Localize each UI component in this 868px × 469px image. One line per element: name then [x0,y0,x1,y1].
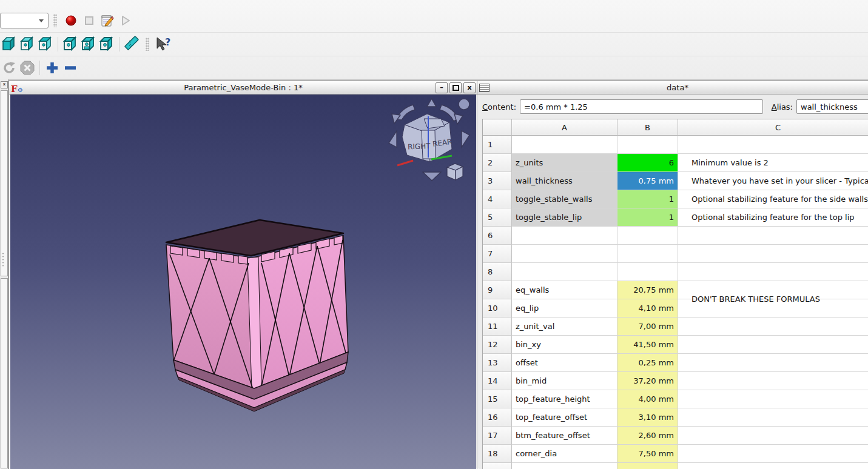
row-number-cell[interactable]: 3 [483,172,512,190]
row-number-cell[interactable]: 7 [483,245,512,263]
dock-section[interactable] [1,90,8,276]
cell-label[interactable]: bin_xy [512,336,617,354]
cell-value[interactable] [617,463,678,469]
cell-label[interactable]: bin_mid [512,372,617,390]
cell-note[interactable] [678,463,868,469]
cell-note[interactable]: Optional stabilizing feature for the sid… [678,190,868,208]
row-number-cell[interactable]: 12 [483,336,512,354]
cell-value[interactable]: 4,00 mm [617,390,678,408]
collapsed-dock-panel[interactable]: x [0,79,8,469]
view-rear-button[interactable] [61,35,79,53]
cell-label[interactable] [512,463,617,469]
cell-label[interactable]: wall_thickness [512,172,617,190]
cell-value-selected[interactable]: 0,75 mm [617,172,678,190]
cell-label[interactable] [512,245,617,263]
cell-label[interactable]: offset [512,354,617,372]
view-left-button[interactable] [98,35,116,53]
row-number-cell[interactable]: 5 [483,208,512,227]
record-macro-button[interactable] [62,12,80,30]
cell-label[interactable] [512,227,617,245]
cell-value[interactable]: 7,50 mm [617,445,678,463]
cell-label[interactable] [512,263,617,281]
row-number-cell[interactable]: 10 [483,299,512,318]
cell-note[interactable] [678,354,868,372]
viewport-3d[interactable]: RIGHT REAR [10,95,476,469]
cell-value[interactable]: 4,10 mm [617,299,678,318]
cell-label[interactable]: toggle_stable_lip [512,208,617,227]
cell-value[interactable]: 0,25 mm [617,354,678,372]
refresh-button[interactable] [0,59,18,77]
row-number-cell[interactable]: 17 [483,427,512,445]
row-number-cell[interactable]: 1 [483,136,512,154]
cell-value[interactable]: 3,10 mm [617,408,678,427]
row-number-cell[interactable]: 6 [483,227,512,245]
view3d-titlebar[interactable]: F⚙ Parametric_VaseMode-Bin : 1* – x [9,81,477,95]
cell-label[interactable]: eq_walls [512,281,617,299]
cell-value[interactable] [617,245,678,263]
cell-label[interactable]: corner_dia [512,445,617,463]
row-number-cell[interactable]: 4 [483,190,512,208]
row-number-cell[interactable]: 14 [483,372,512,390]
navigation-cube[interactable]: RIGHT REAR [384,97,475,183]
cell-value[interactable]: 6 [617,154,678,172]
macro-combobox[interactable] [0,13,49,28]
toolbar-handle[interactable] [146,38,149,51]
row-number-cell[interactable]: 16 [483,408,512,427]
cell-value[interactable] [617,263,678,281]
navcube-right-label[interactable]: RIGHT [408,142,431,151]
cell-label[interactable]: btm_feature_offset [512,427,617,445]
row-number-cell[interactable]: 9 [483,281,512,299]
row-number-cell[interactable]: 11 [483,318,512,336]
cell-note[interactable]: Whatever you have set in your slicer - T… [678,172,868,190]
close-icon[interactable]: x [1,81,8,88]
row-number-cell[interactable]: 2 [483,154,512,172]
cell-note[interactable] [678,372,868,390]
row-number-cell[interactable]: 8 [483,263,512,281]
view-top-button[interactable] [18,35,36,53]
cell-label[interactable]: top_feature_offset [512,408,617,427]
cell-note[interactable] [678,390,868,408]
cell-label[interactable]: toggle_stable_walls [512,190,617,208]
dock-section[interactable] [1,278,8,468]
cell-label[interactable]: eq_lip [512,299,617,318]
cell-value[interactable]: 41,50 mm [617,336,678,354]
stop-macro-button[interactable] [80,12,98,30]
cell-label[interactable]: z_unit_val [512,318,617,336]
cell-note[interactable] [678,445,868,463]
cell-value[interactable]: 2,60 mm [617,427,678,445]
cell-note[interactable]: Optional stabilizing feature for the top… [678,208,868,227]
edit-macro-button[interactable] [98,12,116,30]
cell-note[interactable]: DON'T BREAK THESE FORMULAS [678,281,868,299]
cell-value[interactable] [617,227,678,245]
cell-note[interactable] [678,245,868,263]
toolbar-handle[interactable] [53,14,57,27]
cell-note[interactable] [678,336,868,354]
execute-macro-button[interactable] [116,12,135,30]
row-number-cell[interactable]: 18 [483,445,512,463]
3d-model[interactable] [149,210,367,413]
cell-label[interactable]: z_units [512,154,617,172]
alias-input[interactable] [796,99,868,114]
cell-note[interactable] [678,263,868,281]
corner-header-cell[interactable] [483,119,512,136]
cell-value[interactable]: 1 [617,190,678,208]
measure-button[interactable] [123,35,141,53]
column-header-c[interactable]: C [678,119,868,136]
cell-value[interactable]: 7,00 mm [617,318,678,336]
cell-note[interactable] [678,227,868,245]
remove-button[interactable] [61,59,79,77]
insert-button[interactable] [43,59,61,77]
maximize-button[interactable] [449,82,462,93]
cell-value[interactable]: 1 [617,208,678,227]
view-front-button[interactable] [0,35,18,53]
column-header-a[interactable]: A [512,119,617,136]
row-number-cell[interactable]: 15 [483,390,512,408]
cell-note[interactable] [678,408,868,427]
view-bottom-button[interactable] [79,35,98,53]
column-header-b[interactable]: B [617,119,678,136]
content-input[interactable] [520,99,763,114]
spreadsheet-titlebar[interactable]: data* [477,81,868,95]
row-number-cell[interactable]: 19 [483,463,512,469]
cell-note[interactable] [678,136,868,154]
cell-value[interactable] [617,136,678,154]
